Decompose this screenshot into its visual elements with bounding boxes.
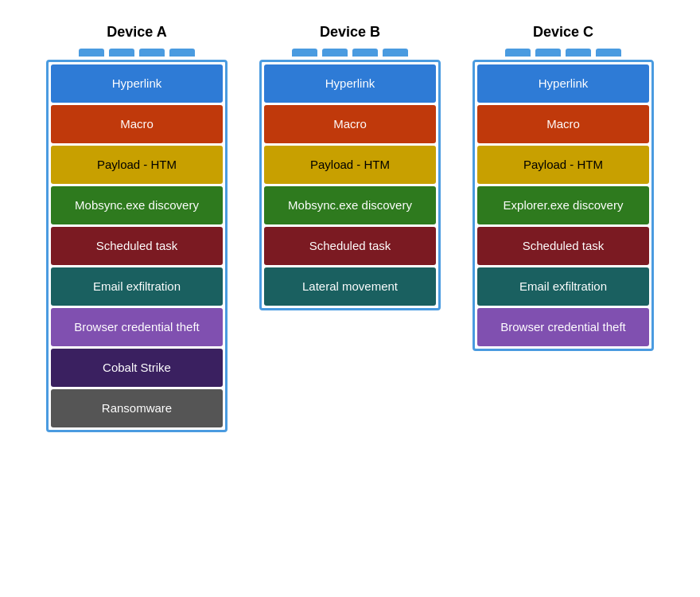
device-body-device-b: HyperlinkMacroPayload - HTMMobsync.exe d…	[259, 60, 441, 310]
device-connector-device-a	[79, 49, 195, 57]
connector-tab	[352, 49, 378, 57]
step-block-device-a-7: Cobalt Strike	[51, 349, 223, 387]
connector-tab	[566, 49, 591, 57]
device-column-device-a: Device AHyperlinkMacroPayload - HTMMobsy…	[46, 24, 228, 432]
connector-tab	[139, 49, 165, 57]
device-connector-device-b	[292, 49, 408, 57]
connector-tab	[169, 49, 195, 57]
step-block-device-c-6: Browser credential theft	[477, 308, 649, 346]
connector-tab	[292, 49, 317, 57]
devices-container: Device AHyperlinkMacroPayload - HTMMobsy…	[24, 24, 676, 432]
step-block-device-a-6: Browser credential theft	[51, 308, 223, 346]
step-block-device-c-3: Explorer.exe discovery	[477, 186, 649, 224]
connector-tab	[79, 49, 104, 57]
step-block-device-a-2: Payload - HTM	[51, 146, 223, 184]
step-block-device-a-5: Email exfiltration	[51, 267, 223, 306]
step-block-device-b-3: Mobsync.exe discovery	[264, 186, 436, 224]
connector-tab	[383, 49, 408, 57]
step-block-device-b-4: Scheduled task	[264, 227, 436, 265]
device-body-device-a: HyperlinkMacroPayload - HTMMobsync.exe d…	[46, 60, 228, 432]
connector-tab	[535, 49, 561, 57]
step-block-device-a-4: Scheduled task	[51, 227, 223, 265]
step-block-device-c-4: Scheduled task	[477, 227, 649, 265]
device-column-device-c: Device CHyperlinkMacroPayload - HTMExplo…	[472, 24, 654, 432]
connector-tab	[505, 49, 531, 57]
step-block-device-b-1: Macro	[264, 105, 436, 143]
step-block-device-a-3: Mobsync.exe discovery	[51, 186, 223, 224]
step-block-device-a-1: Macro	[51, 105, 223, 143]
device-title-device-a: Device A	[107, 24, 166, 41]
step-block-device-c-5: Email exfiltration	[477, 267, 649, 306]
step-block-device-a-0: Hyperlink	[51, 64, 223, 103]
device-column-device-b: Device BHyperlinkMacroPayload - HTMMobsy…	[259, 24, 441, 432]
step-block-device-c-0: Hyperlink	[477, 64, 649, 103]
step-block-device-b-2: Payload - HTM	[264, 146, 436, 184]
device-title-device-c: Device C	[533, 24, 593, 41]
step-block-device-b-0: Hyperlink	[264, 64, 436, 103]
device-connector-device-c	[505, 49, 621, 57]
device-title-device-b: Device B	[320, 24, 380, 41]
step-block-device-a-8: Ransomware	[51, 389, 223, 427]
step-block-device-b-5: Lateral movement	[264, 267, 436, 306]
step-block-device-c-2: Payload - HTM	[477, 146, 649, 184]
connector-tab	[596, 49, 621, 57]
connector-tab	[322, 49, 348, 57]
device-body-device-c: HyperlinkMacroPayload - HTMExplorer.exe …	[472, 60, 654, 351]
connector-tab	[109, 49, 134, 57]
step-block-device-c-1: Macro	[477, 105, 649, 143]
